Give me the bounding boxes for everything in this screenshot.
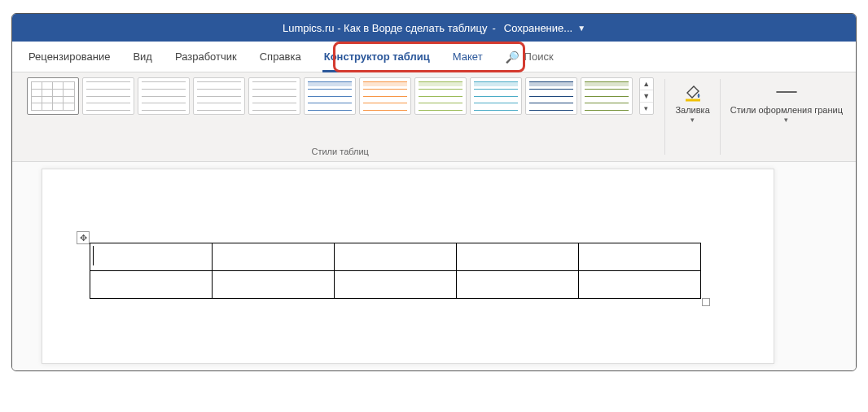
page[interactable]: ✥ xyxy=(42,169,774,364)
paint-bucket-icon xyxy=(682,81,704,103)
title-dropdown-icon[interactable]: ▼ xyxy=(577,24,585,33)
table-cell[interactable] xyxy=(457,271,579,299)
ribbon-tabs: Рецензирование Вид Разработчик Справка К… xyxy=(12,42,856,72)
search-label: Поиск xyxy=(524,50,554,63)
search-icon: 🔍 xyxy=(506,50,519,64)
table-cell[interactable] xyxy=(90,271,213,299)
table-style-gallery: ▲▼▾ xyxy=(27,77,654,115)
word-window: Lumpics.ru - Как в Ворде сделать таблицу… xyxy=(11,13,857,371)
table-style-thumb[interactable] xyxy=(304,77,356,115)
chevron-down-icon: ▾ xyxy=(690,116,695,124)
table-cell[interactable] xyxy=(90,243,213,271)
ribbon-separator xyxy=(664,79,665,155)
group-label-styles: Стили таблиц xyxy=(311,145,368,156)
table-cell[interactable] xyxy=(213,243,335,271)
ribbon-separator xyxy=(720,79,721,155)
gallery-more-icon[interactable]: ▾ xyxy=(640,103,653,114)
document-table[interactable] xyxy=(90,243,701,299)
table-cell[interactable] xyxy=(457,243,579,271)
tab-view[interactable]: Вид xyxy=(123,42,162,72)
title-bar: Lumpics.ru - Как в Ворде сделать таблицу… xyxy=(12,14,856,42)
table-row xyxy=(90,271,701,299)
title-separator: - xyxy=(492,22,495,34)
table-style-thumb[interactable] xyxy=(27,77,79,115)
table-style-thumb[interactable] xyxy=(525,77,577,115)
table-cell[interactable] xyxy=(213,271,335,299)
tab-table-layout[interactable]: Макет xyxy=(443,42,493,72)
ribbon-content: ▲▼▾ Стили таблиц Заливка ▾ xyxy=(12,72,856,162)
tab-table-design[interactable]: Конструктор таблиц xyxy=(314,42,440,72)
gallery-down-icon[interactable]: ▼ xyxy=(640,90,653,103)
table-style-thumb[interactable] xyxy=(138,77,190,115)
table-resize-handle[interactable] xyxy=(702,298,710,306)
table-cell[interactable] xyxy=(579,243,701,271)
save-status: Сохранение... xyxy=(504,22,572,34)
tab-help[interactable]: Справка xyxy=(250,42,311,72)
search-box[interactable]: 🔍 Поиск xyxy=(496,50,554,64)
border-styles-label: Стили оформления границ xyxy=(730,105,843,116)
table-cell[interactable] xyxy=(335,271,457,299)
table-style-thumb[interactable] xyxy=(581,77,633,115)
tab-review[interactable]: Рецензирование xyxy=(19,42,120,72)
text-cursor xyxy=(93,246,94,265)
gallery-scroll: ▲▼▾ xyxy=(639,77,654,115)
border-style-icon xyxy=(775,81,798,103)
table-style-thumb[interactable] xyxy=(359,77,411,115)
tab-developer[interactable]: Разработчик xyxy=(165,42,247,72)
gallery-up-icon[interactable]: ▲ xyxy=(640,78,653,90)
table-style-thumb[interactable] xyxy=(470,77,522,115)
shading-button[interactable]: Заливка ▾ xyxy=(672,77,712,124)
table-move-handle-icon[interactable]: ✥ xyxy=(77,231,90,244)
table-style-thumb[interactable] xyxy=(414,77,467,115)
table-style-thumb[interactable] xyxy=(248,77,300,115)
chevron-down-icon: ▾ xyxy=(784,116,788,124)
group-border-styles: Стили оформления границ ▾ xyxy=(722,76,851,158)
document-title: Lumpics.ru - Как в Ворде сделать таблицу xyxy=(283,22,487,34)
group-shading: Заливка ▾ xyxy=(667,76,717,158)
border-styles-button[interactable]: Стили оформления границ ▾ xyxy=(727,77,846,124)
table-style-thumb[interactable] xyxy=(82,77,134,115)
shading-label: Заливка xyxy=(675,105,709,116)
table-cell[interactable] xyxy=(579,271,701,299)
table-cell[interactable] xyxy=(335,243,457,271)
table-style-thumb[interactable] xyxy=(193,77,245,115)
table-row xyxy=(90,243,701,271)
group-table-styles: ▲▼▾ Стили таблиц xyxy=(17,76,663,158)
document-area: ✥ xyxy=(12,162,856,370)
